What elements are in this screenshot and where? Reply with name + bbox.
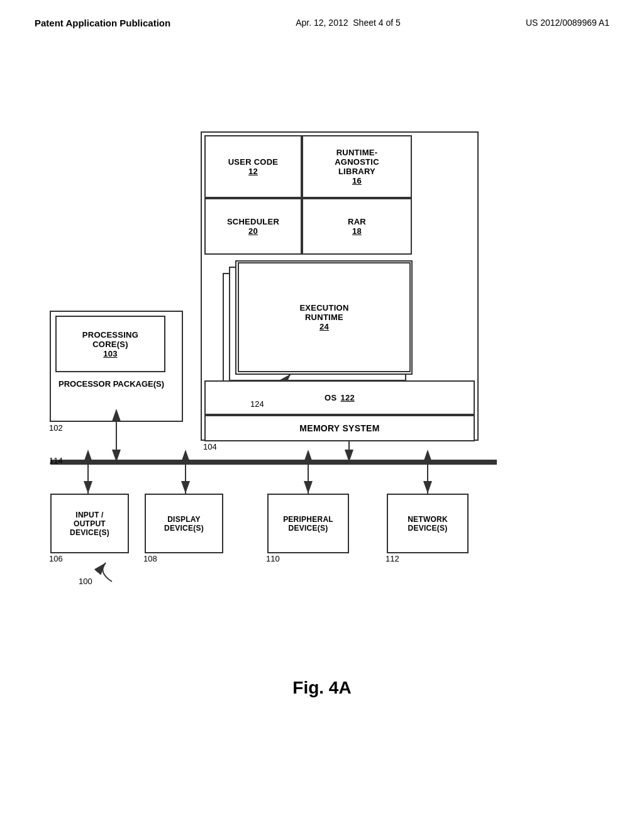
user-code-box: USER CODE 12 (204, 135, 302, 198)
memory-system-box: MEMORY SYSTEM (204, 415, 475, 441)
ref-104-label: 104 (203, 442, 217, 451)
ref-110-label: 110 (266, 554, 280, 563)
ref-106-label: 106 (49, 554, 63, 563)
ref-124-label: 124 (250, 399, 264, 409)
ref-114-label: 114 (49, 456, 63, 465)
publication-label: Patent Application Publication (35, 18, 170, 28)
figure-caption: Fig. 4A (292, 678, 351, 698)
ref-112-label: 112 (386, 554, 399, 563)
diagram-area: USER CODE 12 RUNTIME- AGNOSTIC LIBRARY 1… (0, 35, 644, 789)
ref-102-label: 102 (49, 423, 63, 433)
page-header: Patent Application Publication Apr. 12, … (0, 0, 644, 28)
processing-core-box: PROCESSING CORE(S) 103 (55, 316, 165, 372)
runtime-agnostic-box: RUNTIME- AGNOSTIC LIBRARY 16 (302, 135, 412, 198)
peripheral-device-box: PERIPHERAL DEVICE(S) (267, 494, 349, 553)
scheduler-box: SCHEDULER 20 (204, 198, 302, 255)
rar-box: RAR 18 (302, 198, 412, 255)
ref-100-label: 100 (79, 577, 92, 586)
display-device-box: DISPLAY DEVICE(S) (145, 494, 223, 553)
os-box: OS 122 (204, 380, 475, 415)
ref-108-label: 108 (143, 554, 157, 563)
network-device-box: NETWORK DEVICE(S) (387, 494, 469, 553)
execution-runtime-box: EXECUTION RUNTIME 24 (238, 262, 411, 372)
patent-number-label: US 2012/0089969 A1 (526, 18, 609, 28)
processor-package-label: PROCESSOR PACKAGE(S) (58, 379, 165, 389)
date-sheet-label: Apr. 12, 2012 Sheet 4 of 5 (296, 18, 401, 28)
input-output-box: INPUT / OUTPUT DEVICE(S) (50, 494, 129, 553)
